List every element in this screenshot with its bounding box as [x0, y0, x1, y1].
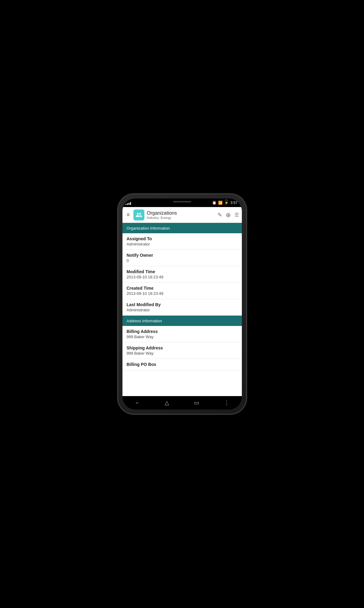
section-address-info-title: Address Information — [127, 319, 162, 323]
field-assigned-to: Assigned To Administrator — [122, 233, 242, 250]
app-subtitle: Industry: Energy — [147, 216, 215, 220]
field-notify-owner: Notify Owner 0 — [122, 250, 242, 266]
section-org-info-title: Organization Information — [127, 226, 170, 231]
section-address-info-header: Address Information — [122, 316, 242, 326]
app-title: Organizations — [147, 210, 215, 216]
organizations-icon — [136, 212, 142, 218]
field-assigned-to-label: Assigned To — [127, 236, 238, 241]
status-bar: ⏰ 📶 ⚡ 3:57 — [122, 198, 242, 207]
bottom-nav: ← △ ▭ ⋮ — [122, 396, 242, 410]
field-billing-po-box-label: Billing PO Box — [127, 362, 238, 367]
field-notify-owner-label: Notify Owner — [127, 253, 238, 258]
field-created-time-label: Created Time — [127, 286, 238, 291]
app-bar: ≡ Organizations Industry: Energy ✎ ⊕ ☰ — [122, 207, 242, 223]
speaker-notch — [173, 201, 191, 202]
section-org-info-header: Organization Information — [122, 223, 242, 233]
field-shipping-address-value: 999 Baker Way — [127, 351, 238, 356]
field-last-modified-by: Last Modified By Administrator — [122, 299, 242, 316]
menu-button[interactable]: ≡ — [125, 210, 131, 219]
status-time: 3:57 — [230, 201, 237, 205]
app-bar-actions: ✎ ⊕ ☰ — [217, 211, 239, 219]
field-last-modified-by-label: Last Modified By — [127, 302, 238, 307]
home-button[interactable]: △ — [161, 398, 173, 408]
field-assigned-to-value: Administrator — [127, 242, 238, 246]
screen: ≡ Organizations Industry: Energy ✎ ⊕ ☰ — [122, 207, 242, 396]
edit-button[interactable]: ✎ — [217, 212, 222, 218]
field-billing-address-label: Billing Address — [127, 329, 238, 334]
add-button[interactable]: ⊕ — [226, 211, 231, 219]
clock-status-icon: ⏰ — [212, 201, 217, 205]
field-shipping-address-label: Shipping Address — [127, 345, 238, 350]
status-left — [125, 201, 131, 205]
signal-status-icon: 📶 — [218, 201, 223, 205]
app-icon — [133, 209, 144, 220]
more-button[interactable]: ☰ — [235, 212, 239, 218]
field-created-time: Created Time 2013-09-10 18:23:49 — [122, 283, 242, 299]
field-notify-owner-value: 0 — [127, 258, 238, 263]
field-billing-address: Billing Address 999 Baker Way — [122, 326, 242, 342]
back-button[interactable]: ← — [131, 398, 144, 408]
field-shipping-address: Shipping Address 999 Baker Way — [122, 342, 242, 359]
phone-frame: ⏰ 📶 ⚡ 3:57 ≡ Organizations Industry: Ene… — [118, 194, 246, 414]
field-billing-po-box: Billing PO Box — [122, 359, 242, 371]
field-modified-time-label: Modified Time — [127, 269, 238, 274]
camera — [225, 199, 228, 202]
field-billing-address-value: 999 Baker Way — [127, 334, 238, 339]
content-area: Organization Information Assigned To Adm… — [122, 223, 242, 396]
phone-inner: ⏰ 📶 ⚡ 3:57 ≡ Organizations Industry: Ene… — [122, 198, 242, 410]
field-modified-time-value: 2013-09-10 18:23:49 — [127, 275, 238, 279]
field-created-time-value: 2013-09-10 18:23:49 — [127, 291, 238, 296]
more-nav-button[interactable]: ⋮ — [220, 398, 233, 408]
signal-icon — [125, 201, 131, 205]
field-last-modified-by-value: Administrator — [127, 308, 238, 312]
field-modified-time: Modified Time 2013-09-10 18:23:49 — [122, 266, 242, 283]
app-title-group: Organizations Industry: Energy — [147, 210, 215, 220]
recent-button[interactable]: ▭ — [190, 398, 203, 408]
